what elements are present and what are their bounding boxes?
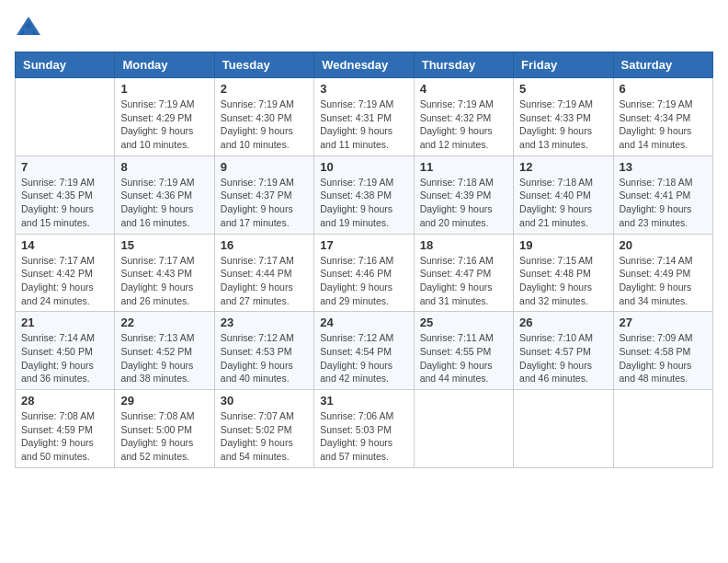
day-number: 19 [519,238,607,252]
calendar-cell: 11Sunrise: 7:18 AMSunset: 4:39 PMDayligh… [414,155,513,234]
day-info: Sunrise: 7:16 AMSunset: 4:47 PMDaylight:… [420,254,507,308]
calendar-cell: 8Sunrise: 7:19 AMSunset: 4:36 PMDaylight… [115,155,214,234]
calendar-cell: 25Sunrise: 7:11 AMSunset: 4:55 PMDayligh… [414,312,513,390]
day-number: 23 [221,316,308,329]
calendar-cell: 16Sunrise: 7:17 AMSunset: 4:44 PMDayligh… [214,234,313,312]
day-info: Sunrise: 7:17 AMSunset: 4:44 PMDaylight:… [221,254,308,308]
calendar-week-row: 1Sunrise: 7:19 AMSunset: 4:29 PMDaylight… [16,78,713,156]
day-number: 16 [221,238,308,252]
calendar-cell: 12Sunrise: 7:18 AMSunset: 4:40 PMDayligh… [514,155,613,234]
day-number: 10 [320,160,407,174]
logo-icon [15,15,42,42]
calendar-cell: 23Sunrise: 7:12 AMSunset: 4:53 PMDayligh… [214,312,313,390]
day-info: Sunrise: 7:15 AMSunset: 4:48 PMDaylight:… [519,254,607,308]
day-info: Sunrise: 7:08 AMSunset: 4:59 PMDaylight:… [21,409,108,464]
day-info: Sunrise: 7:08 AMSunset: 5:00 PMDaylight:… [120,409,208,464]
day-info: Sunrise: 7:19 AMSunset: 4:37 PMDaylight:… [221,176,308,230]
day-info: Sunrise: 7:19 AMSunset: 4:31 PMDaylight:… [320,98,407,152]
calendar-cell [414,390,513,468]
day-info: Sunrise: 7:16 AMSunset: 4:46 PMDaylight:… [320,254,407,308]
day-number: 15 [120,238,208,252]
calendar-header-row: SundayMondayTuesdayWednesdayThursdayFrid… [16,52,713,78]
day-info: Sunrise: 7:19 AMSunset: 4:33 PMDaylight:… [519,98,607,152]
day-info: Sunrise: 7:19 AMSunset: 4:36 PMDaylight:… [120,176,208,230]
day-number: 14 [21,238,108,252]
day-number: 1 [120,82,208,96]
calendar-cell [514,390,613,468]
weekday-header: Tuesday [214,52,313,78]
day-number: 11 [420,160,507,174]
day-info: Sunrise: 7:19 AMSunset: 4:32 PMDaylight:… [420,98,507,152]
day-info: Sunrise: 7:09 AMSunset: 4:58 PMDaylight:… [620,331,707,385]
calendar-cell: 28Sunrise: 7:08 AMSunset: 4:59 PMDayligh… [16,390,115,468]
day-number: 2 [221,82,308,96]
day-number: 3 [320,82,407,96]
day-info: Sunrise: 7:06 AMSunset: 5:03 PMDaylight:… [320,409,407,464]
day-number: 28 [21,394,108,408]
day-info: Sunrise: 7:10 AMSunset: 4:57 PMDaylight:… [519,331,607,385]
day-info: Sunrise: 7:17 AMSunset: 4:43 PMDaylight:… [120,254,208,308]
day-info: Sunrise: 7:07 AMSunset: 5:02 PMDaylight:… [221,409,308,464]
calendar-cell: 4Sunrise: 7:19 AMSunset: 4:32 PMDaylight… [414,78,513,156]
calendar-cell: 5Sunrise: 7:19 AMSunset: 4:33 PMDaylight… [514,78,613,156]
calendar-cell: 29Sunrise: 7:08 AMSunset: 5:00 PMDayligh… [115,390,214,468]
day-number: 26 [519,316,607,329]
day-number: 29 [120,394,208,408]
calendar-cell: 26Sunrise: 7:10 AMSunset: 4:57 PMDayligh… [514,312,613,390]
day-info: Sunrise: 7:18 AMSunset: 4:39 PMDaylight:… [420,176,507,230]
day-number: 17 [320,238,407,252]
calendar-week-row: 7Sunrise: 7:19 AMSunset: 4:35 PMDaylight… [16,155,713,234]
day-number: 4 [420,82,507,96]
page-header [15,15,713,42]
logo [15,15,46,42]
day-info: Sunrise: 7:14 AMSunset: 4:49 PMDaylight:… [620,254,707,308]
calendar-table: SundayMondayTuesdayWednesdayThursdayFrid… [15,52,713,468]
day-number: 8 [120,160,208,174]
weekday-header: Sunday [16,52,115,78]
calendar-cell: 19Sunrise: 7:15 AMSunset: 4:48 PMDayligh… [514,234,613,312]
calendar-cell: 2Sunrise: 7:19 AMSunset: 4:30 PMDaylight… [214,78,313,156]
calendar-week-row: 28Sunrise: 7:08 AMSunset: 4:59 PMDayligh… [16,390,713,468]
calendar-cell: 17Sunrise: 7:16 AMSunset: 4:46 PMDayligh… [314,234,414,312]
day-number: 7 [21,160,108,174]
weekday-header: Wednesday [314,52,414,78]
calendar-cell: 21Sunrise: 7:14 AMSunset: 4:50 PMDayligh… [16,312,115,390]
day-number: 24 [320,316,407,329]
day-info: Sunrise: 7:17 AMSunset: 4:42 PMDaylight:… [21,254,108,308]
calendar-cell [16,78,115,156]
day-info: Sunrise: 7:19 AMSunset: 4:30 PMDaylight:… [221,98,308,152]
day-info: Sunrise: 7:18 AMSunset: 4:41 PMDaylight:… [620,176,707,230]
day-number: 13 [620,160,707,174]
calendar-cell: 15Sunrise: 7:17 AMSunset: 4:43 PMDayligh… [115,234,214,312]
day-info: Sunrise: 7:18 AMSunset: 4:40 PMDaylight:… [519,176,607,230]
day-info: Sunrise: 7:14 AMSunset: 4:50 PMDaylight:… [21,331,108,385]
day-number: 20 [620,238,707,252]
day-info: Sunrise: 7:12 AMSunset: 4:53 PMDaylight:… [221,331,308,385]
calendar-cell: 1Sunrise: 7:19 AMSunset: 4:29 PMDaylight… [115,78,214,156]
calendar-cell: 24Sunrise: 7:12 AMSunset: 4:54 PMDayligh… [314,312,414,390]
calendar-week-row: 21Sunrise: 7:14 AMSunset: 4:50 PMDayligh… [16,312,713,390]
calendar-cell: 9Sunrise: 7:19 AMSunset: 4:37 PMDaylight… [214,155,313,234]
day-info: Sunrise: 7:19 AMSunset: 4:38 PMDaylight:… [320,176,407,230]
calendar-cell: 18Sunrise: 7:16 AMSunset: 4:47 PMDayligh… [414,234,513,312]
calendar-cell: 13Sunrise: 7:18 AMSunset: 4:41 PMDayligh… [613,155,712,234]
weekday-header: Thursday [414,52,513,78]
calendar-cell: 14Sunrise: 7:17 AMSunset: 4:42 PMDayligh… [16,234,115,312]
calendar-cell: 20Sunrise: 7:14 AMSunset: 4:49 PMDayligh… [613,234,712,312]
day-number: 9 [221,160,308,174]
calendar-cell: 27Sunrise: 7:09 AMSunset: 4:58 PMDayligh… [613,312,712,390]
day-number: 25 [420,316,507,329]
day-number: 5 [519,82,607,96]
day-number: 22 [120,316,208,329]
calendar-cell: 3Sunrise: 7:19 AMSunset: 4:31 PMDaylight… [314,78,414,156]
calendar-cell: 31Sunrise: 7:06 AMSunset: 5:03 PMDayligh… [314,390,414,468]
day-info: Sunrise: 7:19 AMSunset: 4:29 PMDaylight:… [120,98,208,152]
calendar-cell: 22Sunrise: 7:13 AMSunset: 4:52 PMDayligh… [115,312,214,390]
day-number: 21 [21,316,108,329]
calendar-cell: 7Sunrise: 7:19 AMSunset: 4:35 PMDaylight… [16,155,115,234]
day-info: Sunrise: 7:19 AMSunset: 4:34 PMDaylight:… [620,98,707,152]
day-info: Sunrise: 7:19 AMSunset: 4:35 PMDaylight:… [21,176,108,230]
weekday-header: Monday [115,52,214,78]
day-number: 6 [620,82,707,96]
weekday-header: Friday [514,52,613,78]
